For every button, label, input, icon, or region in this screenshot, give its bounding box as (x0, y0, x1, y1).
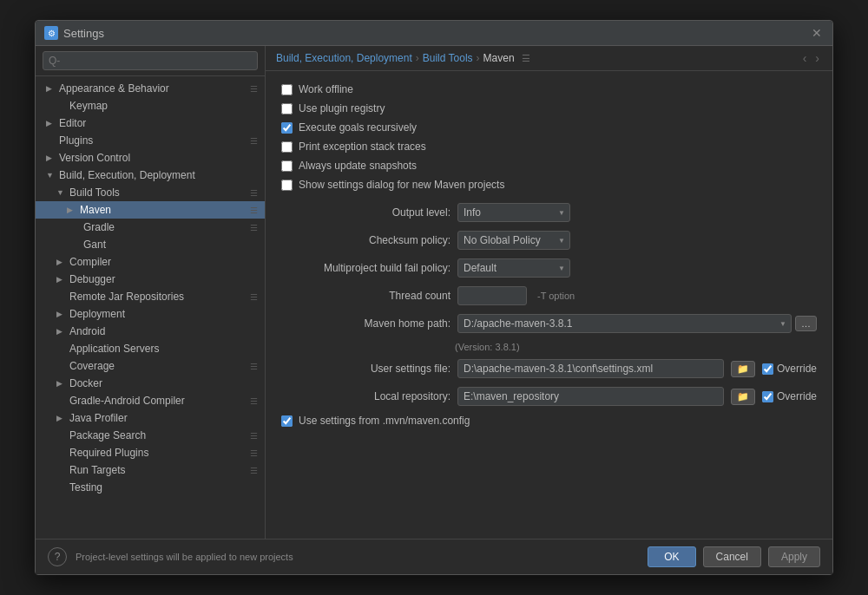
title-bar: ⚙ Settings ✕ (36, 21, 832, 46)
expand-arrow: ▶ (46, 154, 56, 162)
apply-button[interactable]: Apply (768, 546, 820, 567)
show-settings-row: Show settings dialog for new Maven proje… (281, 179, 817, 191)
breadcrumb-tools[interactable]: Build Tools (423, 52, 473, 64)
thread-count-label: Thread count (281, 290, 450, 302)
sidebar-item-docker[interactable]: ▶ Docker (36, 375, 265, 392)
nav-arrows: ‹ › (800, 51, 822, 65)
sidebar-item-label: Deployment (69, 308, 125, 320)
sidebar-item-remote-jar[interactable]: Remote Jar Repositories ☰ (36, 288, 265, 305)
breadcrumb-build[interactable]: Build, Execution, Deployment (276, 52, 412, 64)
sidebar-item-maven[interactable]: ▶ Maven ☰ (36, 201, 265, 219)
sidebar-item-java-profiler[interactable]: ▶ Java Profiler (36, 409, 265, 427)
sidebar-item-label: Application Servers (69, 343, 159, 355)
use-plugin-checkbox[interactable] (281, 103, 293, 114)
main-content: ▶ Appearance & Behavior ☰ Keymap ▶ Edito… (36, 46, 832, 539)
thread-count-input[interactable] (457, 286, 527, 305)
expand-arrow: ▶ (56, 327, 67, 336)
sidebar-item-android[interactable]: ▶ Android (36, 323, 265, 340)
multiproject-select[interactable]: Default At End Never Always (457, 258, 570, 278)
footer: ? Project-level settings will be applied… (36, 539, 832, 574)
sidebar-item-label: Coverage (69, 360, 115, 372)
sidebar-item-package-search[interactable]: Package Search ☰ (36, 427, 265, 444)
expand-arrow: ▼ (46, 171, 56, 180)
execute-goals-checkbox[interactable] (281, 122, 293, 134)
search-input[interactable] (43, 51, 258, 70)
sidebar-item-testing[interactable]: Testing (36, 479, 265, 496)
sidebar-item-label: Editor (59, 117, 86, 129)
maven-home-row: Maven home path: D:/apache-maven-3.8.1 … (281, 314, 817, 333)
ok-button[interactable]: OK (648, 546, 695, 567)
sidebar-item-compiler[interactable]: ▶ Compiler (36, 253, 265, 271)
t-option-label: -T option (537, 291, 575, 301)
sidebar-item-app-servers[interactable]: Application Servers (36, 340, 265, 357)
sidebar-item-build-tools[interactable]: ▼ Build Tools ☰ (36, 184, 265, 201)
output-level-select[interactable]: Info Warn Debug (457, 203, 570, 222)
sidebar-item-coverage[interactable]: Coverage ☰ (36, 357, 265, 375)
sidebar-item-label: Gradle (83, 221, 115, 233)
user-settings-browse-btn[interactable]: 📁 (731, 361, 755, 377)
forward-button[interactable]: › (812, 51, 822, 65)
sidebar-item-build-execution[interactable]: ▼ Build, Execution, Deployment (36, 167, 265, 184)
sidebar-item-plugins[interactable]: Plugins ☰ (36, 132, 265, 149)
settings-gear-icon: ☰ (250, 136, 258, 146)
cancel-button[interactable]: Cancel (703, 546, 761, 567)
sidebar-item-label: Gant (83, 239, 106, 251)
user-settings-override-checkbox[interactable] (762, 363, 773, 375)
settings-gear-icon: ☰ (250, 466, 258, 475)
sidebar-item-label: Version Control (59, 152, 130, 164)
sidebar-item-label: Testing (69, 481, 102, 494)
always-update-checkbox[interactable] (281, 160, 293, 172)
sidebar-item-keymap[interactable]: Keymap (36, 97, 265, 114)
maven-home-select-wrapper: D:/apache-maven-3.8.1 (457, 314, 792, 333)
breadcrumb-sep2: › (477, 52, 480, 64)
help-button[interactable]: ? (48, 547, 67, 566)
output-level-label: Output level: (281, 206, 450, 219)
maven-home-browse-btn[interactable]: … (795, 316, 817, 331)
sidebar-item-debugger[interactable]: ▶ Debugger (36, 271, 265, 288)
print-exception-checkbox[interactable] (281, 141, 293, 153)
close-button[interactable]: ✕ (810, 26, 824, 40)
sidebar-item-label: Plugins (59, 134, 93, 147)
sidebar-item-gant[interactable]: Gant (36, 236, 265, 253)
dialog-title: Settings (63, 27, 104, 40)
sidebar-item-run-targets[interactable]: Run Targets ☰ (36, 461, 265, 479)
expand-arrow: ▼ (56, 188, 67, 197)
print-exception-row: Print exception stack traces (281, 141, 817, 153)
execute-goals-label: Execute goals recursively (299, 121, 417, 134)
maven-version-text: (Version: 3.8.1) (455, 342, 817, 352)
sidebar-item-label: Compiler (69, 256, 111, 268)
expand-arrow: ▶ (56, 310, 67, 318)
sidebar-item-deployment[interactable]: ▶ Deployment (36, 305, 265, 323)
user-settings-input[interactable] (457, 359, 724, 378)
maven-home-label: Maven home path: (281, 317, 450, 330)
local-repo-browse-btn[interactable]: 📁 (731, 389, 755, 405)
settings-gear-icon: ☰ (250, 396, 258, 406)
use-mvn-settings-checkbox[interactable] (281, 415, 293, 427)
search-bar (36, 46, 265, 76)
settings-gear-icon: ☰ (250, 206, 258, 215)
sidebar-item-gradle-android[interactable]: Gradle-Android Compiler ☰ (36, 392, 265, 409)
settings-dialog: ⚙ Settings ✕ ▶ Appearance & Behavior ☰ (35, 20, 833, 575)
footer-note: Project-level settings will be applied t… (76, 552, 648, 562)
breadcrumb-bar: Build, Execution, Deployment › Build Too… (266, 46, 832, 71)
user-settings-row: User settings file: 📁 Override (281, 359, 817, 378)
settings-gear-icon: ☰ (250, 223, 258, 232)
sidebar-item-editor[interactable]: ▶ Editor (36, 114, 265, 132)
back-button[interactable]: ‹ (800, 51, 810, 65)
sidebar-item-gradle[interactable]: Gradle ☰ (36, 219, 265, 236)
always-update-row: Always update snapshots (281, 160, 817, 172)
sidebar-item-required-plugins[interactable]: Required Plugins ☰ (36, 444, 265, 461)
checksum-policy-select[interactable]: No Global Policy Strict Lenient (457, 231, 570, 250)
work-offline-checkbox[interactable] (281, 84, 293, 95)
sidebar-item-label: Build Tools (69, 186, 120, 199)
local-repo-input[interactable] (457, 387, 724, 406)
local-repo-override-checkbox[interactable] (762, 391, 773, 402)
use-mvn-settings-row: Use settings from .mvn/maven.config (281, 415, 817, 427)
maven-home-select[interactable]: D:/apache-maven-3.8.1 (457, 314, 792, 333)
sidebar-item-version-control[interactable]: ▶ Version Control (36, 149, 265, 167)
multiproject-policy-row: Multiproject build fail policy: Default … (281, 258, 817, 278)
show-settings-checkbox[interactable] (281, 180, 293, 191)
sidebar-item-label: Docker (69, 377, 102, 389)
sidebar: ▶ Appearance & Behavior ☰ Keymap ▶ Edito… (36, 46, 266, 539)
sidebar-item-appearance[interactable]: ▶ Appearance & Behavior ☰ (36, 80, 265, 97)
